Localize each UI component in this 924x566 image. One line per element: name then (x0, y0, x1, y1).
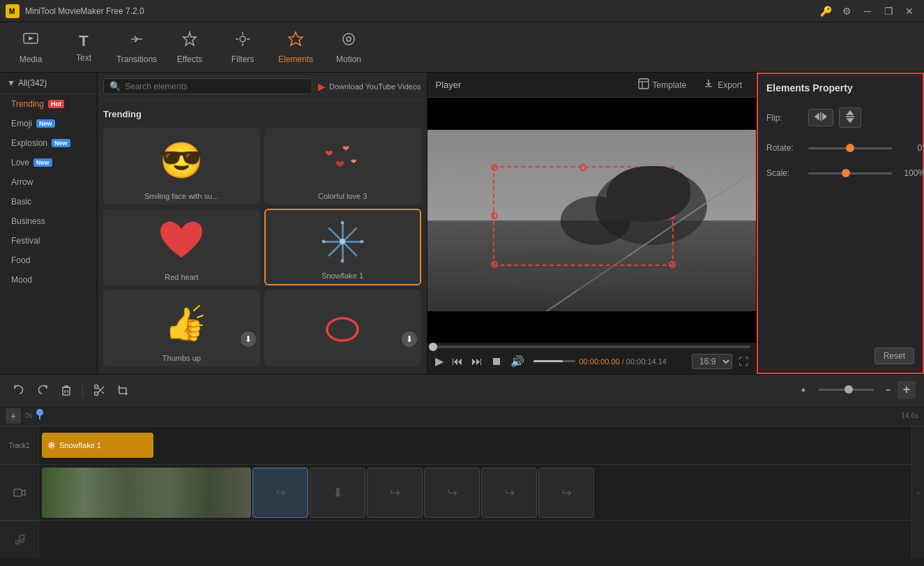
sidebar-item-trending[interactable]: Trending Hot (0, 94, 97, 114)
fullscreen-button[interactable]: ⛶ (736, 354, 750, 369)
sidebar-item-love[interactable]: Love New (0, 153, 97, 172)
export-icon (703, 78, 714, 91)
sidebar-item-mood[interactable]: Mood (0, 270, 97, 290)
download-thumbs-up-button[interactable]: ⬇ (241, 332, 256, 347)
transition-clip-6[interactable]: ↪ (538, 468, 594, 518)
element-colorful-love[interactable]: ❤ ❤ ❤ ❤ Colorful love 3 (264, 128, 421, 204)
zoom-in-icon[interactable] (797, 381, 815, 399)
svg-text:❤: ❤ (335, 158, 344, 170)
zoom-out-icon[interactable] (877, 381, 895, 399)
ruler-start: 0s (25, 412, 33, 419)
toolbar-elements[interactable]: Elements (271, 25, 321, 70)
sidebar-trending-label: Trending (11, 99, 44, 109)
download-circle-button[interactable]: ⬇ (402, 332, 417, 347)
toolbar-filters[interactable]: Filters (218, 25, 268, 70)
music-track-icon[interactable] (11, 530, 28, 547)
transition-clip-2[interactable]: ⬇ (310, 468, 365, 518)
sidebar-item-basic[interactable]: Basic (0, 192, 97, 211)
search-input-wrap: 🔍 (103, 78, 312, 94)
element-thumbs-up[interactable]: 👍 ⬇ Thumbs up (103, 290, 260, 366)
transition-clip-4[interactable]: ↪ (424, 468, 480, 518)
zoom-plus-button[interactable]: + (898, 381, 916, 399)
delete-button[interactable] (56, 380, 77, 401)
playhead[interactable] (39, 412, 40, 419)
volume-slider[interactable] (533, 360, 575, 362)
timeline-collapse-button[interactable]: › (911, 426, 924, 558)
progress-thumb[interactable] (429, 343, 437, 351)
snowflake-clip[interactable]: ❄ Snowflake 1 (42, 433, 153, 458)
toolbar-transitions[interactable]: Transitions (112, 25, 162, 70)
scale-slider[interactable] (808, 172, 892, 174)
transition-clip-3[interactable]: ↪ (367, 468, 423, 518)
svg-marker-44 (847, 111, 853, 114)
element-visual-thumbs-up: 👍 (107, 294, 256, 351)
video-track-icon[interactable] (11, 484, 28, 501)
sidebar-all-header[interactable]: ▼ All(342) (0, 73, 97, 94)
next-button[interactable]: ⏭ (469, 353, 485, 370)
element-red-heart[interactable]: Red heart (103, 209, 260, 285)
sidebar-item-emoji[interactable]: Emoji New (0, 114, 97, 133)
player-actions: Template Export (633, 76, 748, 94)
flip-label: Flip: (766, 113, 803, 123)
flip-vertical-button[interactable] (839, 107, 861, 128)
zoom-thumb[interactable] (845, 385, 853, 394)
track-area: ❄ Snowflake 1 ↪ ⬇ ↪ ↪ ↪ ↪ (39, 426, 911, 558)
toolbar: Media T Text Transitions Effects Filters… (0, 22, 924, 73)
window-restore-button[interactable]: ❐ (879, 4, 898, 18)
template-label: Template (653, 80, 687, 90)
cut-button[interactable] (89, 380, 109, 401)
window-minimize-button[interactable]: ─ (858, 4, 877, 18)
aspect-ratio-select[interactable]: 16:9 9:16 4:3 1:1 (692, 354, 732, 369)
prev-button[interactable]: ⏮ (450, 353, 465, 370)
action-right: + (797, 381, 916, 399)
toolbar-text[interactable]: T Text (59, 25, 109, 70)
sidebar-item-food[interactable]: Food (0, 251, 97, 270)
video-thumbnail-main[interactable] (42, 468, 251, 518)
video-track-row: ↪ ⬇ ↪ ↪ ↪ ↪ (39, 465, 911, 521)
sidebar-item-festival[interactable]: Festival (0, 231, 97, 251)
template-button[interactable]: Template (633, 76, 692, 94)
svg-point-5 (240, 36, 245, 42)
crop-button[interactable] (112, 380, 133, 401)
undo-button[interactable] (8, 380, 29, 401)
element-circle[interactable]: ⬇ (264, 290, 421, 366)
settings-button[interactable]: ⚙ (838, 4, 856, 18)
flip-horizontal-button[interactable] (808, 109, 833, 126)
video-background (427, 130, 757, 311)
yt-download-button[interactable]: ▶ Download YouTube Videos (318, 81, 421, 92)
yt-download-label: Download YouTube Videos (329, 82, 421, 91)
sidebar-love-label: Love (11, 158, 29, 167)
play-button[interactable]: ▶ (433, 352, 446, 370)
sidebar-item-explosion[interactable]: Explosion New (0, 133, 97, 153)
sidebar-item-arrow[interactable]: Arrow (0, 172, 97, 192)
window-close-button[interactable]: ✕ (900, 4, 918, 18)
transition-clip-1[interactable]: ↪ (252, 468, 308, 518)
redo-button[interactable] (32, 380, 53, 401)
scale-thumb[interactable] (842, 169, 850, 177)
rotate-thumb[interactable] (846, 144, 854, 152)
app-icon: M (6, 4, 20, 18)
volume-track[interactable] (533, 360, 575, 362)
svg-marker-41 (815, 114, 819, 119)
timeline-add-button[interactable]: + (6, 408, 21, 424)
volume-icon[interactable]: 🔊 (508, 352, 527, 370)
progress-area (427, 343, 757, 348)
toolbar-motion[interactable]: Motion (324, 25, 374, 70)
element-snowflake[interactable]: Snowflake 1 (264, 209, 421, 285)
sidebar-item-business[interactable]: Business (0, 211, 97, 231)
minimize-button[interactable]: 🔑 (817, 4, 835, 18)
toolbar-media[interactable]: Media (6, 25, 56, 70)
rotate-slider[interactable] (808, 147, 892, 149)
volume-fill (533, 360, 563, 362)
element-smiling-face[interactable]: 😎 Smiling face with su... (103, 128, 260, 204)
search-input[interactable] (125, 82, 306, 91)
player-title: Player (436, 80, 462, 90)
zoom-slider[interactable] (818, 389, 874, 391)
transition-clip-5[interactable]: ↪ (481, 468, 537, 518)
progress-bar[interactable] (433, 345, 751, 348)
toolbar-effects[interactable]: Effects (165, 25, 215, 70)
stop-button[interactable]: ⏹ (489, 353, 504, 370)
element-label-smiling-face: Smiling face with su... (144, 192, 218, 200)
export-button[interactable]: Export (697, 76, 748, 94)
reset-button[interactable]: Reset (874, 348, 914, 364)
